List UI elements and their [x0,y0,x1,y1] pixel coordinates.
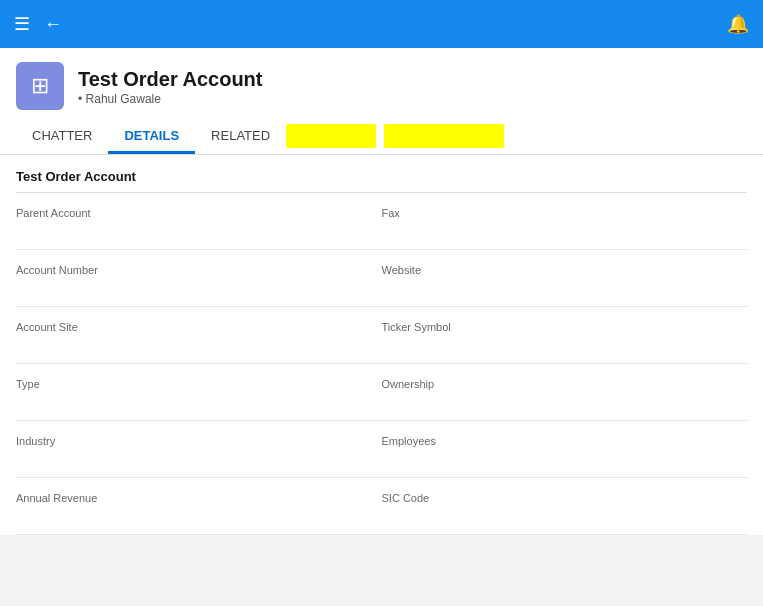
field-sic-code: SIC Code [382,478,748,535]
section-title: Test Order Account [16,155,747,193]
field-annual-revenue: Annual Revenue [16,478,382,535]
field-value-sic-code [382,508,728,526]
field-website: Website [382,250,748,307]
tab-chatter[interactable]: CHATTER [16,120,108,154]
field-employees: Employees [382,421,748,478]
tab-details[interactable]: DETAILS [108,120,195,154]
account-icon-symbol: ⊞ [31,73,49,99]
field-value-fax [382,223,728,241]
header-top: ⊞ Test Order Account Rahul Gawale [16,62,747,110]
field-label-account-site: Account Site [16,321,362,333]
bell-icon[interactable]: 🔔 [727,13,749,35]
field-value-parent-account [16,223,362,241]
field-label-parent-account: Parent Account [16,207,362,219]
field-value-account-number [16,280,362,298]
field-label-employees: Employees [382,435,728,447]
field-parent-account: Parent Account [16,193,382,250]
field-value-ownership [382,394,728,412]
field-value-account-site [16,337,362,355]
field-label-annual-revenue: Annual Revenue [16,492,362,504]
field-account-site: Account Site [16,307,382,364]
field-value-type [16,394,362,412]
field-account-number: Account Number [16,250,382,307]
field-value-industry [16,451,362,469]
field-label-ticker-symbol: Ticker Symbol [382,321,728,333]
content-area: Test Order Account Parent Account Fax Ac… [0,155,763,535]
header: ⊞ Test Order Account Rahul Gawale CHATTE… [0,48,763,155]
fields-grid: Parent Account Fax Account Number Websit… [16,193,747,535]
tab-related[interactable]: RELATED [195,120,286,154]
field-value-annual-revenue [16,508,362,526]
header-text: Test Order Account Rahul Gawale [78,66,262,106]
field-label-sic-code: SIC Code [382,492,728,504]
field-industry: Industry [16,421,382,478]
account-icon: ⊞ [16,62,64,110]
tabs-bar: CHATTER DETAILS RELATED [16,120,747,154]
field-ticker-symbol: Ticker Symbol [382,307,748,364]
field-label-ownership: Ownership [382,378,728,390]
field-fax: Fax [382,193,748,250]
field-label-account-number: Account Number [16,264,362,276]
tab-highlight-2 [384,124,504,148]
top-nav-bar: ☰ ← 🔔 [0,0,763,48]
tab-highlight-1 [286,124,376,148]
header-subtitle: Rahul Gawale [78,92,262,106]
field-label-industry: Industry [16,435,362,447]
field-value-employees [382,451,728,469]
field-label-fax: Fax [382,207,728,219]
back-icon[interactable]: ← [44,14,62,35]
field-type: Type [16,364,382,421]
field-label-type: Type [16,378,362,390]
page-title: Test Order Account [78,66,262,92]
field-value-ticker-symbol [382,337,728,355]
field-ownership: Ownership [382,364,748,421]
top-bar-left: ☰ ← [14,13,62,35]
field-value-website [382,280,728,298]
hamburger-icon[interactable]: ☰ [14,13,30,35]
field-label-website: Website [382,264,728,276]
